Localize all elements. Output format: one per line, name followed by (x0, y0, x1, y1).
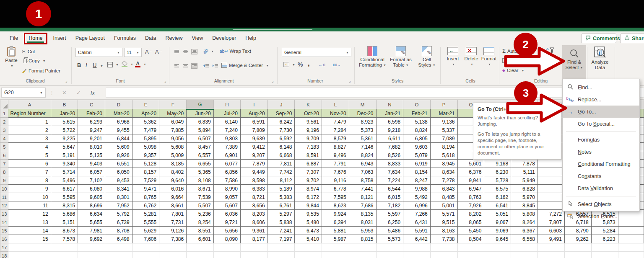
cell[interactable]: Jan-21 (376, 109, 403, 118)
cell[interactable]: 9,702 (295, 176, 322, 185)
column-header-C[interactable]: C (78, 100, 105, 109)
cell[interactable]: 9,412 (240, 143, 267, 151)
increase-decimal-button[interactable]: ←.0 (319, 63, 325, 67)
cell[interactable]: 6,148 (267, 143, 295, 151)
share-button[interactable]: Share (620, 34, 644, 43)
cell[interactable]: 7,146 (349, 143, 376, 151)
cell[interactable]: 7,595 (322, 193, 349, 201)
cell[interactable] (240, 252, 267, 258)
cell[interactable]: 6,575 (484, 185, 511, 193)
column-header-F[interactable]: F (159, 100, 187, 109)
column-header-H[interactable]: H (213, 100, 240, 109)
cell[interactable]: 6,442 (403, 235, 431, 243)
cell[interactable]: 7,278 (430, 176, 457, 185)
cell[interactable]: 7,801 (159, 210, 187, 218)
cell[interactable]: 5,337 (430, 126, 457, 134)
cell[interactable]: 9,057 (213, 193, 240, 201)
grow-font-button[interactable]: Aˆ (145, 49, 151, 55)
cell[interactable] (51, 252, 78, 258)
cell[interactable] (376, 252, 403, 258)
cell[interactable]: 8,721 (240, 193, 267, 201)
cell[interactable]: 5,949 (511, 176, 538, 185)
merge-center-button[interactable]: Merge & Center▼ (221, 63, 269, 68)
cell[interactable] (322, 243, 349, 252)
cell[interactable]: 9,126 (159, 227, 187, 235)
insert-function-icon[interactable]: fx (91, 88, 95, 98)
cell[interactable]: 7,606 (132, 235, 159, 243)
cell[interactable]: 5,361 (349, 134, 376, 143)
cell[interactable]: 9,361 (240, 227, 267, 235)
cell[interactable]: 8,990 (213, 185, 240, 193)
cell[interactable]: 6,394 (322, 218, 349, 227)
row-header-1[interactable]: 1 (0, 109, 8, 118)
cell[interactable] (538, 185, 565, 193)
comments-button[interactable]: Comments (581, 34, 616, 43)
cell[interactable]: 5,128 (132, 160, 159, 168)
cell[interactable] (132, 243, 159, 252)
cell[interactable]: 8,154 (403, 168, 431, 176)
cell[interactable]: 9,168 (484, 160, 511, 168)
column-header-O[interactable]: O (403, 100, 431, 109)
cell[interactable]: 5,722 (51, 126, 78, 134)
cell[interactable]: 8,673 (51, 227, 78, 235)
cell[interactable]: 6,603 (538, 227, 565, 235)
cell[interactable]: 8,606 (240, 218, 267, 227)
cancel-entry-icon[interactable]: ✕ (62, 88, 67, 98)
cell[interactable]: Feb-21 (403, 109, 431, 118)
cell[interactable]: 9,535 (295, 210, 322, 218)
cell[interactable]: 8,157 (132, 168, 159, 176)
cell[interactable]: 7,241 (267, 227, 295, 235)
cell[interactable]: 6,839 (187, 118, 214, 126)
cell[interactable]: 6,015 (376, 193, 403, 201)
menu-item-select-objects[interactable]: Select Objects (563, 198, 639, 210)
cell[interactable]: 5,838 (267, 218, 295, 227)
cell[interactable]: 5,151 (51, 218, 78, 227)
clipboard-dialog-launcher-icon[interactable]: ⌟ (65, 78, 68, 83)
cell[interactable]: 5,410 (295, 235, 322, 243)
cell[interactable]: 8,598 (240, 176, 267, 185)
cell[interactable]: 5,051 (484, 210, 511, 218)
row-header-6[interactable]: 6 (0, 151, 8, 160)
cell[interactable]: 6,919 (403, 160, 431, 168)
cell[interactable]: 6,996 (403, 201, 431, 210)
cell[interactable]: 8,845 (511, 201, 538, 210)
cell[interactable]: Apr-20 (132, 109, 159, 118)
cell[interactable] (349, 243, 376, 252)
row-header-12[interactable]: 12 (0, 201, 8, 210)
copy-button[interactable]: Copy▼ (22, 58, 46, 63)
cell[interactable]: 9,844 (295, 201, 322, 210)
cell[interactable]: 8,926 (105, 151, 132, 160)
borders-button[interactable]: ▼ (107, 62, 119, 67)
menu-item-replace[interactable]: b⇆cReplace... (563, 93, 639, 106)
cell[interactable]: 8,591 (295, 151, 322, 160)
cell[interactable] (564, 243, 591, 252)
cell[interactable]: 7,089 (430, 134, 457, 143)
cell[interactable]: 9,561 (295, 118, 322, 126)
cell[interactable]: 6,541 (484, 201, 511, 210)
cell[interactable]: 9,207 (240, 151, 267, 160)
cell[interactable] (105, 243, 132, 252)
cell[interactable]: 6,843 (430, 185, 457, 193)
cell[interactable]: 6,057 (78, 168, 105, 176)
cell[interactable]: 7,634 (376, 168, 403, 176)
tab-developer[interactable]: Developer (208, 31, 241, 45)
cell[interactable] (267, 243, 295, 252)
cell[interactable]: 8,974 (295, 185, 322, 193)
cell[interactable] (159, 252, 187, 258)
format-painter-button[interactable]: Format Painter (22, 68, 60, 74)
cell[interactable]: 9,069 (484, 227, 511, 235)
cell[interactable]: 5,987 (322, 235, 349, 243)
cell[interactable] (349, 252, 376, 258)
cell[interactable] (403, 243, 431, 252)
cell[interactable]: Mar-20 (105, 109, 132, 118)
row-header-17[interactable]: 17 (0, 243, 8, 252)
cell[interactable]: 7,878 (511, 160, 538, 168)
row-header-11[interactable]: 11 (0, 193, 8, 201)
cell[interactable]: 5,655 (78, 218, 105, 227)
cell[interactable] (511, 243, 538, 252)
cell[interactable]: 6 (8, 160, 51, 168)
cell[interactable]: 7,676 (322, 168, 349, 176)
cell[interactable]: 5,492 (403, 193, 431, 201)
cell[interactable]: 5,362 (132, 118, 159, 126)
cell[interactable]: 9,803 (213, 134, 240, 143)
